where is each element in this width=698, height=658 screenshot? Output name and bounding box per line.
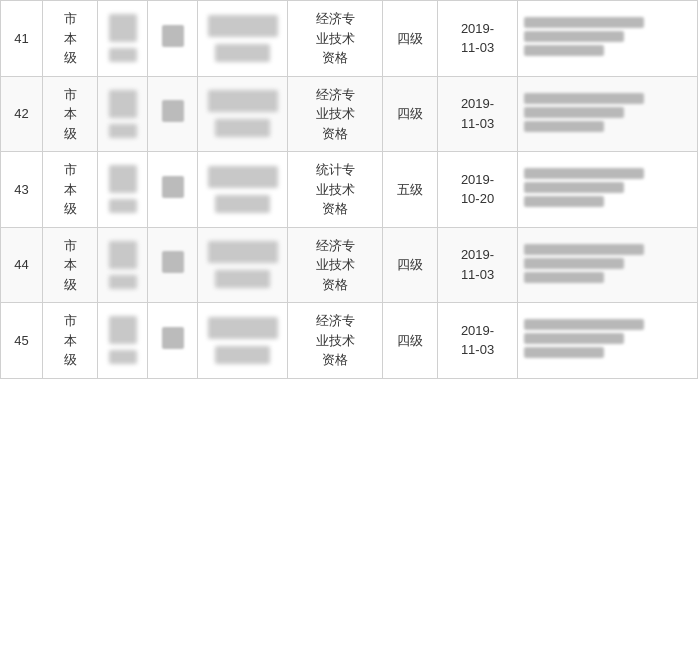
- photo-col: [98, 76, 148, 152]
- table-row: 45市本级 经济专业技术资格四级2019-11-03: [1, 303, 698, 379]
- icon-col: [148, 1, 198, 77]
- table-row: 41市本级 经济专业技术资格四级2019-11-03: [1, 1, 698, 77]
- table-row: 42市本级 经济专业技术资格四级2019-11-03: [1, 76, 698, 152]
- id-col: [198, 152, 288, 228]
- action-icon[interactable]: [162, 327, 184, 349]
- row-index: 42: [1, 76, 43, 152]
- issue-date: 2019-11-03: [438, 76, 518, 152]
- action-icon[interactable]: [162, 100, 184, 122]
- grade-level: 四级: [383, 76, 438, 152]
- qualification-type: 经济专业技术资格: [288, 1, 383, 77]
- org-info: [518, 1, 698, 77]
- issue-date: 2019-10-20: [438, 152, 518, 228]
- photo-col: [98, 1, 148, 77]
- photo-col: [98, 152, 148, 228]
- icon-col: [148, 227, 198, 303]
- icon-col: [148, 152, 198, 228]
- id-col: [198, 1, 288, 77]
- row-index: 45: [1, 303, 43, 379]
- icon-col: [148, 303, 198, 379]
- grade-level: 四级: [383, 227, 438, 303]
- issue-date: 2019-11-03: [438, 227, 518, 303]
- issue-date: 2019-11-03: [438, 1, 518, 77]
- qualification-type: 统计专业技术资格: [288, 152, 383, 228]
- admin-level: 市本级: [43, 303, 98, 379]
- photo-col: [98, 303, 148, 379]
- grade-level: 四级: [383, 303, 438, 379]
- grade-level: 四级: [383, 1, 438, 77]
- action-icon[interactable]: [162, 251, 184, 273]
- qualification-type: 经济专业技术资格: [288, 303, 383, 379]
- photo-col: [98, 227, 148, 303]
- id-col: [198, 76, 288, 152]
- icon-col: [148, 76, 198, 152]
- main-table: 41市本级 经济专业技术资格四级2019-11-03 42市本级 经济专业技术资…: [0, 0, 698, 379]
- row-index: 44: [1, 227, 43, 303]
- admin-level: 市本级: [43, 76, 98, 152]
- admin-level: 市本级: [43, 152, 98, 228]
- action-icon[interactable]: [162, 25, 184, 47]
- grade-level: 五级: [383, 152, 438, 228]
- id-col: [198, 227, 288, 303]
- admin-level: 市本级: [43, 227, 98, 303]
- row-index: 41: [1, 1, 43, 77]
- qualification-type: 经济专业技术资格: [288, 76, 383, 152]
- qualification-type: 经济专业技术资格: [288, 227, 383, 303]
- action-icon[interactable]: [162, 176, 184, 198]
- org-info: [518, 227, 698, 303]
- admin-level: 市本级: [43, 1, 98, 77]
- table-row: 43市本级 统计专业技术资格五级2019-10-20: [1, 152, 698, 228]
- issue-date: 2019-11-03: [438, 303, 518, 379]
- org-info: [518, 152, 698, 228]
- row-index: 43: [1, 152, 43, 228]
- org-info: [518, 76, 698, 152]
- id-col: [198, 303, 288, 379]
- org-info: [518, 303, 698, 379]
- table-row: 44市本级 经济专业技术资格四级2019-11-03: [1, 227, 698, 303]
